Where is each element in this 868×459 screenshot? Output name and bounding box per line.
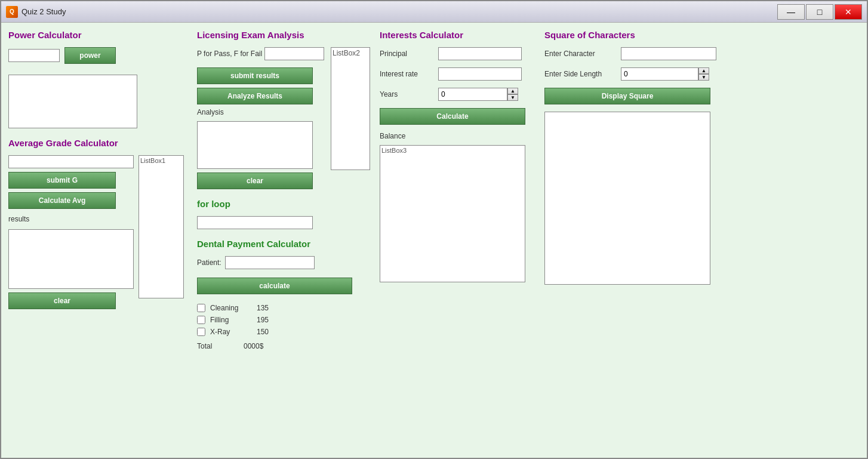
dental-checks: Cleaning 135 Filling 195 X-Ray 150 T [197, 304, 370, 350]
submit-results-button[interactable]: submit results [197, 67, 313, 84]
xray-label: X-Ray [210, 328, 252, 336]
for-loop-input[interactable] [197, 216, 313, 229]
licensing-listbox[interactable]: ListBox2 [331, 47, 370, 170]
power-calculator-title: Power Calculator [8, 30, 187, 40]
licensing-label: P for Pass, F for Fail [197, 50, 262, 58]
analyze-results-button[interactable]: Analyze Results [197, 88, 313, 104]
power-calculator-section: Power Calculator power [8, 30, 187, 128]
avg-listbox-label: ListBox1 [140, 157, 165, 164]
close-button[interactable]: ✕ [835, 4, 862, 20]
licensing-left: P for Pass, F for Fail submit results An… [197, 47, 328, 189]
filling-checkbox[interactable] [197, 316, 205, 324]
principal-row: Principal [380, 47, 535, 60]
principal-input[interactable] [438, 47, 522, 60]
avg-input[interactable] [8, 155, 134, 168]
square-title: Square of Characters [544, 30, 860, 40]
calculate-avg-button[interactable]: Calculate Avg [8, 192, 116, 209]
column-1: Power Calculator power Average Grade Cal… [8, 30, 187, 451]
avg-clear-button[interactable]: clear [8, 292, 116, 309]
dental-calculate-button[interactable]: calculate [197, 278, 352, 294]
filling-label: Filling [210, 316, 252, 324]
dental-cleaning-row: Cleaning 135 [197, 304, 370, 312]
square-display [544, 112, 710, 285]
char-label: Enter Character [544, 50, 616, 58]
licensing-title: Licensing Exam Analysis [197, 30, 370, 40]
average-grade-title: Average Grade Calculator [8, 138, 187, 148]
analysis-box [197, 121, 313, 169]
minimize-button[interactable]: — [777, 4, 805, 20]
title-bar: Q Quiz 2 Study — □ ✕ [1, 1, 867, 23]
balance-listbox[interactable]: ListBox3 [380, 145, 525, 282]
avg-row: submit G Calculate Avg results clear Lis… [8, 155, 187, 309]
balance-label: Balance [380, 132, 535, 140]
xray-value: 150 [257, 328, 269, 336]
main-window: Q Quiz 2 Study — □ ✕ Power Calculator po… [0, 0, 868, 459]
analysis-label: Analysis [197, 108, 328, 116]
maximize-button[interactable]: □ [806, 4, 833, 20]
average-grade-section: Average Grade Calculator submit G Calcul… [8, 138, 187, 309]
side-input[interactable] [621, 67, 698, 81]
dental-total-row: Total 0000$ [197, 342, 370, 350]
years-input[interactable] [438, 88, 507, 101]
dental-filling-row: Filling 195 [197, 316, 370, 324]
principal-label: Principal [380, 50, 433, 58]
avg-left: submit G Calculate Avg results clear [8, 155, 134, 309]
licensing-input[interactable] [264, 47, 324, 60]
dental-patient-row: Patient: [197, 256, 370, 269]
avg-display [8, 229, 134, 289]
title-bar-left: Q Quiz 2 Study [6, 6, 66, 18]
rate-row: Interest rate [380, 67, 535, 81]
window-title: Quiz 2 Study [21, 7, 66, 16]
balance-listbox-label: ListBox3 [381, 147, 407, 154]
licensing-clear-button[interactable]: clear [197, 172, 313, 189]
filling-value: 195 [257, 316, 269, 324]
years-up-button[interactable]: ▲ [507, 88, 518, 94]
power-row: power [8, 47, 187, 64]
power-display [8, 75, 137, 128]
side-row: Enter Side Length ▲ ▼ [544, 67, 860, 81]
display-square-button[interactable]: Display Square [544, 88, 710, 104]
side-up-button[interactable]: ▲ [698, 67, 709, 74]
dental-patient-label: Patient: [197, 258, 221, 267]
dental-title: Dental Payment Calculator [197, 239, 370, 249]
char-input[interactable] [621, 47, 716, 60]
for-loop-title: for loop [197, 199, 370, 209]
years-row: Years ▲ ▼ [380, 88, 535, 101]
interests-calculate-button[interactable]: Calculate [380, 108, 525, 125]
interests-title: Interests Calculator [380, 30, 535, 40]
power-input[interactable] [8, 49, 60, 62]
dental-patient-input[interactable] [225, 256, 315, 269]
char-row: Enter Character [544, 47, 860, 60]
dental-section: Dental Payment Calculator Patient: calcu… [197, 239, 370, 350]
licensing-row: P for Pass, F for Fail [197, 47, 328, 60]
for-loop-section: for loop [197, 199, 370, 229]
cleaning-label: Cleaning [210, 304, 252, 312]
app-icon: Q [6, 6, 18, 18]
cleaning-value: 135 [257, 304, 269, 312]
column-4: Square of Characters Enter Character Ent… [544, 30, 860, 451]
dental-xray-row: X-Ray 150 [197, 328, 370, 336]
total-label: Total [197, 342, 239, 350]
side-spinner: ▲ ▼ [621, 67, 709, 81]
licensing-listbox-label: ListBox2 [333, 49, 360, 57]
avg-listbox[interactable]: ListBox1 [138, 155, 184, 298]
submit-g-button[interactable]: submit G [8, 172, 116, 189]
years-spinner: ▲ ▼ [438, 88, 518, 101]
years-spinner-buttons: ▲ ▼ [507, 88, 518, 101]
side-down-button[interactable]: ▼ [698, 74, 709, 81]
column-2: Licensing Exam Analysis P for Pass, F fo… [197, 30, 370, 451]
rate-input[interactable] [438, 67, 522, 81]
cleaning-checkbox[interactable] [197, 304, 205, 312]
licensing-main: P for Pass, F for Fail submit results An… [197, 47, 370, 189]
years-down-button[interactable]: ▼ [507, 94, 518, 101]
main-content: Power Calculator power Average Grade Cal… [1, 23, 867, 458]
column-3: Interests Calculator Principal Interest … [380, 30, 535, 451]
total-value: 0000$ [244, 342, 263, 350]
avg-results-label: results [8, 212, 134, 226]
title-bar-buttons: — □ ✕ [777, 4, 862, 20]
power-button[interactable]: power [64, 47, 116, 64]
rate-label: Interest rate [380, 70, 433, 78]
side-label: Enter Side Length [544, 70, 616, 78]
side-spinner-buttons: ▲ ▼ [698, 67, 709, 81]
xray-checkbox[interactable] [197, 328, 205, 336]
